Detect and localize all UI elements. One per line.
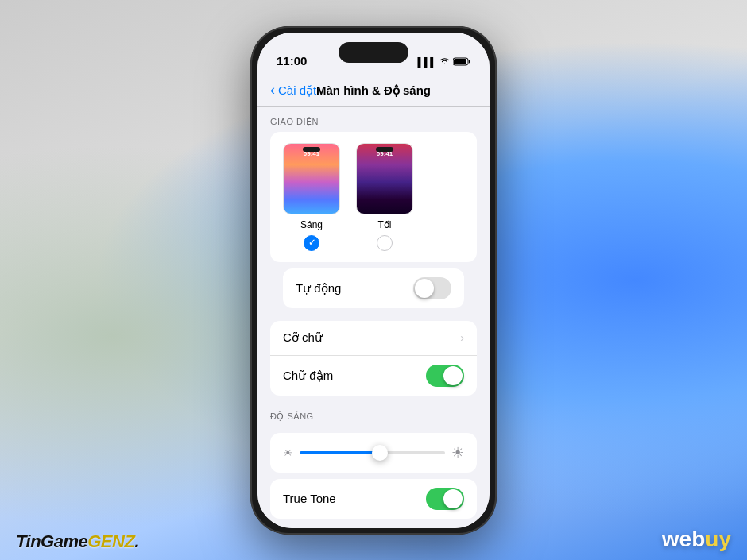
theme-toi[interactable]: 09:41 Tối	[356, 143, 413, 251]
brightness-high-icon: ☀	[451, 444, 464, 462]
preview-time-toi: 09:41	[357, 150, 412, 157]
theme-preview-dark: 09:41	[356, 143, 413, 214]
brightness-card: ☀ ☀	[270, 433, 477, 473]
web-text: web	[662, 527, 705, 551]
svg-rect-2	[469, 60, 470, 63]
preview-time-sang: 09:41	[284, 150, 339, 157]
page-title: Màn hình & Độ sáng	[316, 83, 431, 98]
theme-sang[interactable]: 09:41 Sáng	[283, 143, 340, 251]
navigation-bar: ‹ Cài đặt Màn hình & Độ sáng	[257, 75, 490, 107]
settings-content: GIAO DIỆN 09:41 Sáng	[257, 107, 490, 528]
battery-icon	[453, 57, 470, 68]
svg-rect-1	[454, 59, 466, 64]
wifi-icon	[439, 57, 450, 67]
section-label-giao-dien: GIAO DIỆN	[257, 107, 490, 132]
true-tone-row: True Tone	[270, 479, 477, 519]
theme-options-container: 09:41 Sáng 09:41 Tối	[270, 132, 477, 262]
text-settings-card: Cỡ chữ › Chữ đậm	[270, 321, 477, 396]
watermarks: TinGameGENZ. webuy	[0, 527, 747, 552]
status-time: 11:00	[277, 54, 307, 69]
phone-screen: 11:00 ▌▌▌	[257, 33, 490, 528]
brightness-slider-fill	[300, 451, 380, 454]
co-chu-label: Cỡ chữ	[283, 330, 323, 345]
co-chu-right: ›	[460, 331, 464, 344]
back-button[interactable]: ‹ Cài đặt	[270, 83, 316, 98]
true-tone-label: True Tone	[283, 492, 336, 505]
co-chu-row[interactable]: Cỡ chữ ›	[270, 321, 477, 356]
signal-icon: ▌▌▌	[418, 57, 436, 67]
brightness-slider-thumb	[372, 445, 388, 461]
theme-sang-check	[304, 235, 319, 251]
tu-dong-row: Tự động	[283, 268, 464, 308]
chu-dam-label: Chữ đậm	[283, 369, 333, 383]
status-icons: ▌▌▌	[418, 57, 470, 69]
phone-frame: 11:00 ▌▌▌	[250, 26, 497, 535]
theme-toi-check	[377, 235, 393, 251]
back-chevron-icon: ‹	[270, 82, 275, 98]
tu-dong-label: Tự động	[296, 281, 341, 295]
brightness-slider-track[interactable]	[300, 451, 445, 454]
game-text: Game	[41, 531, 87, 551]
brightness-section: ☀ ☀	[270, 433, 477, 473]
theme-preview-light: 09:41	[283, 143, 340, 214]
dot-text: .	[134, 531, 139, 551]
theme-toi-label: Tối	[378, 219, 392, 230]
theme-sang-label: Sáng	[300, 219, 323, 230]
brightness-slider-row: ☀ ☀	[283, 444, 464, 462]
tin-text: Tin	[16, 531, 41, 551]
true-tone-card: True Tone	[270, 479, 477, 519]
theme-section: 09:41 Sáng 09:41 Tối	[257, 132, 490, 308]
genz-text: GENZ	[87, 531, 134, 551]
co-chu-chevron: ›	[460, 331, 464, 344]
true-tone-toggle[interactable]	[426, 488, 464, 510]
chu-dam-row: Chữ đậm	[270, 356, 477, 396]
back-label: Cài đặt	[278, 83, 316, 98]
section-label-do-sang: ĐỘ SÁNG	[257, 402, 490, 427]
tu-dong-toggle[interactable]	[413, 277, 451, 299]
webuy-watermark: webuy	[662, 527, 731, 552]
tu-dong-card: Tự động	[283, 268, 464, 308]
dynamic-island	[339, 42, 408, 63]
brightness-low-icon: ☀	[283, 446, 293, 459]
tingamegenz-watermark: TinGameGENZ.	[16, 531, 139, 552]
chu-dam-toggle[interactable]	[426, 365, 464, 387]
uy-text: uy	[705, 527, 731, 551]
